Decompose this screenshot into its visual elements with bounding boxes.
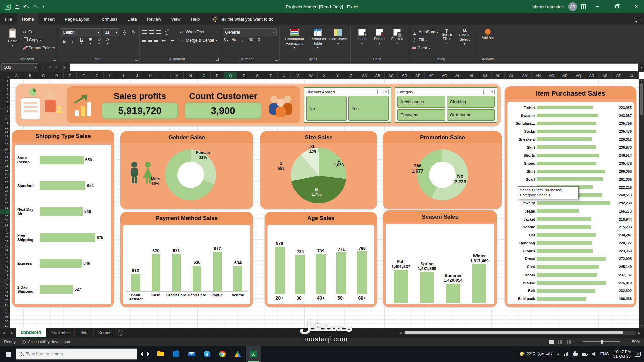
conditional-formatting-button[interactable]: Conditional Formatting▾ xyxy=(282,27,307,49)
row-header-6[interactable]: 6 xyxy=(0,100,10,105)
column-header-T[interactable]: T xyxy=(264,72,278,79)
column-header-V[interactable]: V xyxy=(291,72,304,79)
column-header-AU[interactable]: AU xyxy=(625,72,639,79)
slicer-item-clothing[interactable]: Clothing xyxy=(447,96,495,108)
column-header-AT[interactable]: AT xyxy=(612,72,625,79)
tab-scroll-left-icon[interactable]: ◀ xyxy=(0,328,8,337)
column-header-AA[interactable]: AA xyxy=(358,72,371,79)
column-header-AC[interactable]: AC xyxy=(385,72,398,79)
decrease-font-icon[interactable]: A▾ xyxy=(130,29,137,36)
column-header-AP[interactable]: AP xyxy=(558,72,572,79)
ribbon-tab-page-layout[interactable]: Page Layout xyxy=(60,13,94,25)
cut-button[interactable]: ✂Cut xyxy=(23,28,55,35)
column-header-Z[interactable]: Z xyxy=(344,72,358,79)
column-header-AH[interactable]: AH xyxy=(451,72,465,79)
font-color-icon[interactable]: A▾ xyxy=(104,38,111,44)
increase-indent-icon[interactable]: ⇥ xyxy=(169,37,176,44)
row-header-28[interactable]: 28 xyxy=(0,193,10,197)
row-header-19[interactable]: 19 xyxy=(0,155,10,159)
row-header-36[interactable]: 36 xyxy=(0,227,10,231)
clear-filter-icon[interactable] xyxy=(384,89,389,94)
autosum-button[interactable]: ∑AutoSum▾ xyxy=(412,28,438,35)
row-header-55[interactable]: 55 xyxy=(0,307,10,311)
align-bottom-icon[interactable] xyxy=(156,30,161,34)
percent-icon[interactable]: % xyxy=(231,38,237,42)
age-chart[interactable]: Age Sales 87820+72430+73940+77150+78860+ xyxy=(265,212,377,307)
restore-button[interactable] xyxy=(609,0,625,13)
avatar[interactable]: AR xyxy=(568,2,577,11)
column-header-AM[interactable]: AM xyxy=(518,72,532,79)
insert-cells-button[interactable]: + Insert▾ xyxy=(353,27,371,45)
column-header-M[interactable]: M xyxy=(171,72,184,79)
column-header-U[interactable]: U xyxy=(278,72,291,79)
column-header-Y[interactable]: Y xyxy=(331,72,344,79)
slicer-item-no[interactable]: No xyxy=(306,96,347,121)
store-button[interactable] xyxy=(168,346,184,362)
accounting-format-icon[interactable]: $ ▾ xyxy=(223,38,229,42)
row-header-13[interactable]: 13 xyxy=(0,130,10,134)
increase-decimal-icon[interactable]: .00 xyxy=(247,38,253,42)
insert-function-icon[interactable]: fx xyxy=(61,65,68,70)
align-right-icon[interactable] xyxy=(154,39,158,42)
column-header-AE[interactable]: AE xyxy=(411,72,425,79)
fill-color-icon[interactable]: ◇▾ xyxy=(96,38,102,44)
column-header-O[interactable]: O xyxy=(197,72,211,79)
drive-button[interactable] xyxy=(230,346,246,362)
column-header-AD[interactable]: AD xyxy=(398,72,411,79)
alignment-dialog-launcher[interactable] xyxy=(216,58,219,61)
row-header-16[interactable]: 16 xyxy=(0,142,10,147)
column-header-AI[interactable]: AI xyxy=(465,72,478,79)
column-header-R[interactable]: R xyxy=(237,72,251,79)
row-header-59[interactable]: 59 xyxy=(0,324,10,328)
row-header-48[interactable]: 48 xyxy=(0,277,10,282)
number-dialog-launcher[interactable] xyxy=(275,58,278,61)
delete-cells-button[interactable]: × Delete▾ xyxy=(371,27,388,45)
row-header-51[interactable]: 51 xyxy=(0,290,10,294)
fill-button[interactable]: ⇩Fill▾ xyxy=(412,37,438,43)
taskbar-search[interactable] xyxy=(16,348,137,360)
decrease-indent-icon[interactable]: ⇤ xyxy=(160,37,167,44)
row-header-10[interactable]: 10 xyxy=(0,117,10,121)
chrome-button[interactable] xyxy=(215,346,230,362)
row-header-30[interactable]: 30 xyxy=(0,201,10,206)
excel-taskbar-button[interactable]: X xyxy=(246,346,261,362)
sheet-tab-pivottable[interactable]: PivotTable xyxy=(46,328,75,337)
column-header-A[interactable]: A xyxy=(10,72,23,79)
column-header-AO[interactable]: AO xyxy=(545,72,558,79)
row-header-17[interactable]: 17 xyxy=(0,146,10,151)
expand-formula-bar-icon[interactable]: ▾ xyxy=(641,66,644,69)
accessibility-checker[interactable]: Accessibility: Investigate xyxy=(22,340,71,344)
file-explorer-button[interactable] xyxy=(153,346,168,362)
column-header-Q[interactable]: Q xyxy=(224,72,237,79)
row-header-37[interactable]: 37 xyxy=(0,231,10,235)
increase-font-icon[interactable]: A▴ xyxy=(121,29,128,36)
addins-button[interactable]: Add-ins xyxy=(479,27,497,40)
column-header-AF[interactable]: AF xyxy=(425,72,438,79)
font-dialog-launcher[interactable] xyxy=(135,58,138,61)
row-header-56[interactable]: 56 xyxy=(0,311,10,315)
row-header-32[interactable]: 32 xyxy=(0,210,10,214)
undo-icon[interactable]: ↶▾ xyxy=(23,4,29,9)
tab-scroll-right-icon[interactable]: ▶ xyxy=(8,328,16,337)
row-header-40[interactable]: 40 xyxy=(0,244,10,248)
row-header-14[interactable]: 14 xyxy=(0,134,10,138)
row-header-22[interactable]: 22 xyxy=(0,168,10,172)
zoom-slider-thumb[interactable] xyxy=(601,340,603,344)
align-left-icon[interactable] xyxy=(142,39,146,42)
taskbar-weather[interactable]: 22°C غائم جزئيًا xyxy=(520,352,552,356)
column-header-AN[interactable]: AN xyxy=(532,72,545,79)
row-header-20[interactable]: 20 xyxy=(0,159,10,164)
cancel-entry-icon[interactable]: × xyxy=(46,65,53,70)
italic-button[interactable]: I xyxy=(69,38,76,44)
number-format-select[interactable]: General▾ xyxy=(223,28,277,36)
row-header-49[interactable]: 49 xyxy=(0,282,10,286)
column-header-G[interactable]: G xyxy=(90,72,104,79)
row-header-27[interactable]: 27 xyxy=(0,189,10,193)
row-header-8[interactable]: 8 xyxy=(0,109,10,113)
row-header-33[interactable]: 33 xyxy=(0,214,10,219)
column-header-P[interactable]: P xyxy=(211,72,224,79)
sheet-tab-soruce[interactable]: Soruce xyxy=(94,328,117,337)
ribbon-tab-file[interactable]: File xyxy=(0,13,17,25)
row-header-41[interactable]: 41 xyxy=(0,248,10,252)
column-header-AL[interactable]: AL xyxy=(505,72,518,79)
